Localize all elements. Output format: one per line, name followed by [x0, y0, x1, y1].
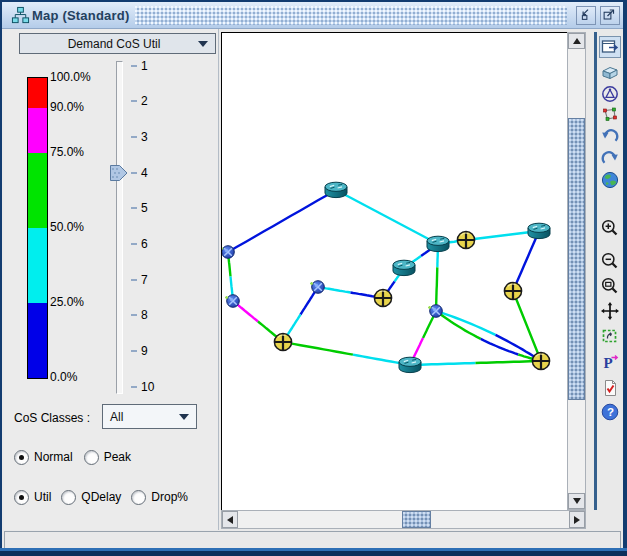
scroll-left-icon[interactable]	[222, 511, 238, 528]
chevron-down-icon	[198, 41, 208, 47]
map-node-y2-site[interactable]	[374, 289, 391, 306]
legend-segment	[28, 153, 47, 228]
load-radio-group: NormalPeak	[14, 449, 131, 465]
cos-classes-combo[interactable]: All	[102, 404, 197, 429]
radio-label: Drop%	[151, 490, 188, 504]
legend-segment	[28, 228, 47, 303]
slider-tick-label: 3	[141, 129, 165, 145]
depth-slider-thumb[interactable]	[110, 165, 128, 185]
scroll-right-icon[interactable]	[569, 511, 585, 528]
radio-label: QDelay	[81, 490, 121, 504]
maximize-icon[interactable]	[600, 6, 620, 25]
map-link-r5-y5[interactable]	[476, 361, 542, 363]
map-node-r4-router[interactable]	[528, 223, 550, 238]
select-area-icon[interactable]	[599, 325, 621, 347]
panel-toggle-icon[interactable]	[599, 36, 621, 58]
sitemap-icon	[11, 6, 30, 29]
slider-tick-label: 8	[141, 307, 165, 323]
slider-tick	[131, 207, 137, 209]
display-mode-value: Demand CoS Util	[20, 37, 198, 51]
paths-icon[interactable]: P	[599, 351, 621, 373]
toolbar-separator	[594, 32, 597, 510]
legend-label: 25.0%	[50, 294, 110, 310]
map-node-r3-router[interactable]	[393, 260, 415, 275]
slider-tick	[131, 100, 137, 102]
radio-label: Util	[34, 490, 51, 504]
slider-tick	[131, 136, 137, 138]
slider-tick-label: 7	[141, 272, 165, 288]
topology-layout-icon[interactable]	[599, 104, 621, 126]
undo-icon[interactable]	[599, 126, 621, 148]
slider-tick-label: 4	[141, 165, 165, 181]
report-check-icon[interactable]	[599, 377, 621, 399]
map-link-s1-r1[interactable]	[228, 190, 336, 252]
redo-icon[interactable]	[599, 148, 621, 170]
zoom-box-icon[interactable]	[599, 275, 621, 297]
slider-tick-label: 6	[141, 236, 165, 252]
utilization-legend-bar	[27, 77, 48, 379]
slider-tick	[131, 243, 137, 245]
map-window: Map (Standard) Demand CoS Util 100.0%90.…	[0, 0, 627, 556]
printer-icon[interactable]	[599, 61, 621, 83]
metric-radio-util[interactable]	[14, 490, 29, 505]
slider-tick-label: 10	[141, 379, 165, 395]
map-node-y3-site[interactable]	[504, 282, 521, 299]
map-node-s3-switch[interactable]	[310, 281, 324, 294]
slider-tick-label: 9	[141, 343, 165, 359]
map-node-s2-switch[interactable]	[225, 295, 239, 308]
window-border	[623, 0, 627, 556]
scroll-up-icon[interactable]	[568, 33, 585, 49]
display-mode-combo[interactable]: Demand CoS Util	[19, 33, 216, 54]
map-node-y4-site[interactable]	[274, 333, 291, 350]
map-node-r5-router[interactable]	[399, 357, 421, 372]
map-node-r2-router[interactable]	[427, 236, 449, 251]
map-node-y5-site[interactable]	[532, 352, 549, 369]
slider-tick	[131, 386, 137, 388]
cos-classes-value: All	[103, 410, 179, 424]
pan-icon[interactable]	[599, 300, 621, 322]
window-border	[0, 0, 627, 2]
metric-radio-qdelay[interactable]	[61, 490, 76, 505]
legend-label: 100.0%	[50, 69, 110, 85]
map-vertical-scrollbar[interactable]	[567, 32, 586, 510]
metric-radio-drop[interactable]	[131, 490, 146, 505]
map-node-s1-switch[interactable]	[222, 246, 234, 259]
restore-icon[interactable]	[576, 6, 596, 25]
titlebar[interactable]: Map (Standard)	[2, 2, 623, 29]
zoom-out-icon[interactable]	[599, 250, 621, 272]
scroll-down-icon[interactable]	[568, 493, 585, 509]
triangle-circle-icon[interactable]	[599, 83, 621, 105]
topology-map-canvas[interactable]	[221, 32, 568, 511]
help-icon[interactable]: ?	[599, 401, 621, 423]
slider-tick	[131, 172, 137, 174]
map-horizontal-scrollbar[interactable]	[221, 510, 586, 529]
load-radio-normal[interactable]	[14, 450, 29, 465]
map-toolbar: P?	[598, 32, 623, 510]
map-node-s4-switch[interactable]	[428, 305, 442, 318]
map-node-y1-site[interactable]	[457, 231, 474, 248]
horizontal-scroll-thumb[interactable]	[402, 511, 431, 528]
vertical-scroll-thumb[interactable]	[568, 118, 585, 400]
map-link-r1-r2[interactable]	[336, 190, 438, 244]
legend-label: 75.0%	[50, 144, 110, 160]
legend-label: 90.0%	[50, 99, 110, 115]
legend-label: 50.0%	[50, 219, 110, 235]
load-radio-peak[interactable]	[84, 450, 99, 465]
map-node-r1-router[interactable]	[325, 182, 347, 197]
slider-tick	[131, 314, 137, 316]
map-link-y3-y5[interactable]	[513, 291, 541, 361]
svg-text:?: ?	[607, 406, 614, 418]
map-link-s4-y5[interactable]	[481, 339, 519, 355]
zoom-in-icon[interactable]	[599, 217, 621, 239]
depth-slider-track[interactable]	[116, 61, 123, 394]
metric-radio-group: UtilQDelayDrop%	[14, 489, 188, 505]
globe-icon[interactable]	[599, 169, 621, 191]
map-link-r4-y3[interactable]	[513, 231, 539, 291]
radio-label: Normal	[34, 450, 73, 464]
legend-segment	[28, 78, 47, 108]
map-link-y4-r5[interactable]	[283, 342, 353, 355]
slider-tick	[131, 65, 137, 67]
svg-text:P: P	[604, 355, 613, 371]
slider-tick-label: 2	[141, 93, 165, 109]
status-bar	[4, 531, 621, 549]
